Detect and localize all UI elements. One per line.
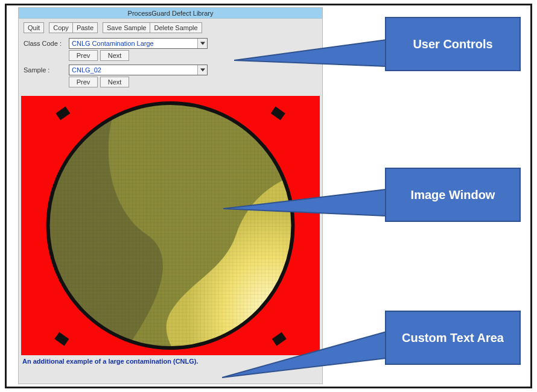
sample-label: Sample : (24, 66, 69, 74)
svg-marker-12 (234, 40, 386, 66)
svg-marker-13 (223, 189, 386, 216)
callout-label: Custom Text Area (402, 330, 504, 346)
callout-tail (223, 174, 386, 234)
class-code-dropdown[interactable]: CNLG Contamination Large (69, 38, 208, 49)
sample-dropdown[interactable]: CNLG_02 (69, 65, 208, 75)
window-title-bar: ProcessGuard Defect Library (19, 8, 322, 19)
chevron-down-icon[interactable] (197, 39, 207, 48)
callout-label: Image Window (411, 187, 495, 203)
callout-custom-text-area: Custom Text Area (385, 311, 521, 365)
window-title: ProcessGuard Defect Library (128, 10, 214, 17)
callout-tail (234, 23, 386, 83)
chevron-down-icon[interactable] (197, 65, 207, 75)
class-code-label: Class Code : (24, 40, 69, 47)
callout-user-controls: User Controls (385, 17, 521, 71)
sample-value: CNLG_02 (72, 66, 101, 74)
callout-label: User Controls (413, 36, 492, 52)
svg-marker-0 (200, 42, 205, 45)
class-code-value: CNLG Contamination Large (72, 40, 154, 47)
save-sample-button[interactable]: Save Sample (103, 22, 150, 33)
delete-sample-button[interactable]: Delete Sample (150, 22, 202, 33)
copy-button[interactable]: Copy (49, 22, 72, 33)
quit-button[interactable]: Quit (24, 22, 44, 33)
callout-image-window: Image Window (385, 168, 521, 222)
class-code-next-button[interactable]: Next (100, 50, 129, 61)
svg-marker-1 (200, 69, 205, 72)
class-code-prev-button[interactable]: Prev (69, 50, 98, 61)
sample-next-button[interactable]: Next (100, 77, 129, 87)
callout-tail (222, 320, 386, 386)
svg-marker-14 (222, 332, 386, 378)
sample-prev-button[interactable]: Prev (69, 77, 98, 87)
paste-button[interactable]: Paste (72, 22, 98, 33)
